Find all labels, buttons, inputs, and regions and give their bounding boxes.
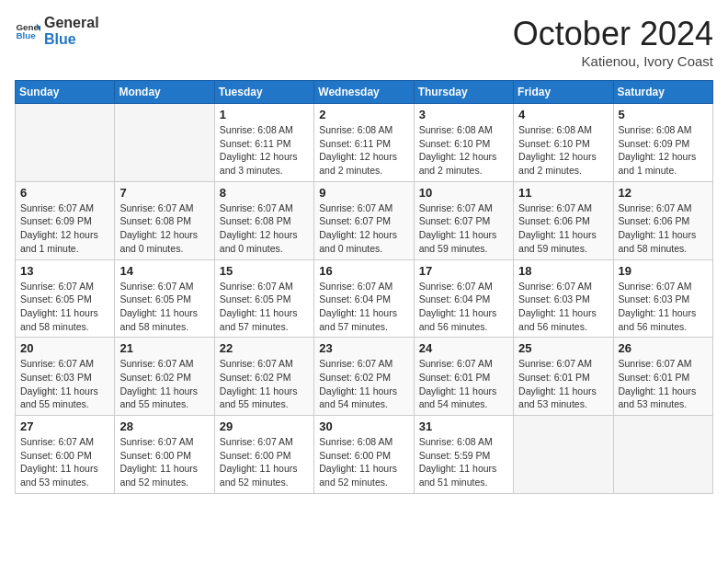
calendar-cell: 14Sunrise: 6:07 AM Sunset: 6:05 PM Dayli…: [115, 259, 214, 338]
day-info: Sunrise: 6:07 AM Sunset: 6:00 PM Dayligh…: [220, 435, 309, 489]
day-number: 9: [319, 186, 408, 200]
day-number: 12: [619, 186, 708, 200]
calendar-cell: 9Sunrise: 6:07 AM Sunset: 6:07 PM Daylig…: [314, 181, 414, 259]
day-info: Sunrise: 6:07 AM Sunset: 6:01 PM Dayligh…: [619, 357, 708, 411]
day-info: Sunrise: 6:07 AM Sunset: 6:02 PM Dayligh…: [119, 357, 209, 411]
day-info: Sunrise: 6:07 AM Sunset: 6:05 PM Dayligh…: [20, 280, 109, 334]
day-info: Sunrise: 6:07 AM Sunset: 6:05 PM Dayligh…: [119, 280, 209, 334]
calendar-week-row: 1Sunrise: 6:08 AM Sunset: 6:11 PM Daylig…: [16, 104, 713, 182]
calendar-cell: 29Sunrise: 6:07 AM Sunset: 6:00 PM Dayli…: [214, 416, 313, 494]
calendar-table: SundayMondayTuesdayWednesdayThursdayFrid…: [15, 80, 713, 494]
day-info: Sunrise: 6:07 AM Sunset: 6:02 PM Dayligh…: [220, 357, 309, 411]
calendar-cell: 11Sunrise: 6:07 AM Sunset: 6:06 PM Dayli…: [514, 181, 613, 259]
calendar-cell: 12Sunrise: 6:07 AM Sunset: 6:06 PM Dayli…: [613, 181, 712, 259]
weekday-header: Sunday: [16, 81, 115, 104]
calendar-cell: 17Sunrise: 6:07 AM Sunset: 6:04 PM Dayli…: [414, 259, 513, 338]
day-info: Sunrise: 6:07 AM Sunset: 6:00 PM Dayligh…: [20, 435, 109, 489]
day-number: 4: [518, 108, 608, 121]
day-info: Sunrise: 6:08 AM Sunset: 6:10 PM Dayligh…: [419, 123, 508, 178]
weekday-header: Tuesday: [214, 81, 313, 104]
calendar-cell: 15Sunrise: 6:07 AM Sunset: 6:05 PM Dayli…: [214, 259, 313, 338]
day-info: Sunrise: 6:07 AM Sunset: 6:03 PM Dayligh…: [518, 280, 608, 334]
calendar-cell: 2Sunrise: 6:08 AM Sunset: 6:11 PM Daylig…: [314, 104, 414, 182]
day-number: 23: [319, 341, 408, 355]
day-info: Sunrise: 6:07 AM Sunset: 6:06 PM Dayligh…: [518, 201, 608, 256]
day-number: 10: [419, 186, 508, 200]
day-number: 30: [319, 419, 408, 433]
day-number: 1: [220, 108, 309, 121]
day-number: 13: [20, 264, 109, 278]
day-number: 24: [419, 341, 508, 355]
day-info: Sunrise: 6:08 AM Sunset: 6:11 PM Dayligh…: [220, 123, 309, 178]
day-info: Sunrise: 6:07 AM Sunset: 6:02 PM Dayligh…: [319, 357, 408, 411]
weekday-header-row: SundayMondayTuesdayWednesdayThursdayFrid…: [16, 81, 713, 104]
location-subtitle: Katienou, Ivory Coast: [513, 53, 713, 69]
day-number: 27: [20, 419, 109, 433]
day-number: 17: [419, 264, 508, 278]
day-info: Sunrise: 6:07 AM Sunset: 6:09 PM Dayligh…: [20, 201, 109, 256]
calendar-cell: 27Sunrise: 6:07 AM Sunset: 6:00 PM Dayli…: [16, 416, 115, 494]
calendar-cell: 13Sunrise: 6:07 AM Sunset: 6:05 PM Dayli…: [16, 259, 115, 338]
day-info: Sunrise: 6:07 AM Sunset: 6:07 PM Dayligh…: [319, 201, 408, 256]
calendar-cell: 30Sunrise: 6:08 AM Sunset: 6:00 PM Dayli…: [314, 416, 414, 494]
day-number: 16: [319, 264, 408, 278]
day-number: 2: [319, 108, 408, 121]
day-number: 28: [119, 419, 209, 433]
day-number: 19: [619, 264, 708, 278]
calendar-cell: 6Sunrise: 6:07 AM Sunset: 6:09 PM Daylig…: [16, 181, 115, 259]
svg-text:Blue: Blue: [16, 30, 36, 40]
day-number: 25: [518, 341, 608, 355]
calendar-cell: [514, 416, 613, 494]
day-number: 22: [220, 341, 309, 355]
calendar-cell: 7Sunrise: 6:07 AM Sunset: 6:08 PM Daylig…: [115, 181, 214, 259]
day-info: Sunrise: 6:07 AM Sunset: 6:04 PM Dayligh…: [419, 280, 508, 334]
calendar-week-row: 27Sunrise: 6:07 AM Sunset: 6:00 PM Dayli…: [16, 416, 713, 494]
page-header: General Blue General Blue October 2024 K…: [15, 15, 713, 69]
month-title: October 2024: [513, 15, 713, 53]
calendar-cell: 19Sunrise: 6:07 AM Sunset: 6:03 PM Dayli…: [613, 259, 712, 338]
day-number: 3: [419, 108, 508, 121]
calendar-cell: 18Sunrise: 6:07 AM Sunset: 6:03 PM Dayli…: [514, 259, 613, 338]
calendar-cell: 5Sunrise: 6:08 AM Sunset: 6:09 PM Daylig…: [613, 104, 712, 182]
logo-text: General Blue: [44, 15, 99, 47]
day-info: Sunrise: 6:07 AM Sunset: 6:06 PM Dayligh…: [619, 201, 708, 256]
calendar-cell: 1Sunrise: 6:08 AM Sunset: 6:11 PM Daylig…: [214, 104, 313, 182]
day-number: 6: [20, 186, 109, 200]
day-info: Sunrise: 6:07 AM Sunset: 6:00 PM Dayligh…: [119, 435, 209, 489]
calendar-cell: 10Sunrise: 6:07 AM Sunset: 6:07 PM Dayli…: [414, 181, 513, 259]
day-info: Sunrise: 6:07 AM Sunset: 6:08 PM Dayligh…: [220, 201, 309, 256]
day-number: 20: [20, 341, 109, 355]
day-info: Sunrise: 6:07 AM Sunset: 6:01 PM Dayligh…: [419, 357, 508, 411]
weekday-header: Wednesday: [314, 81, 414, 104]
day-number: 15: [220, 264, 309, 278]
calendar-cell: 28Sunrise: 6:07 AM Sunset: 6:00 PM Dayli…: [115, 416, 214, 494]
weekday-header: Monday: [115, 81, 214, 104]
day-info: Sunrise: 6:07 AM Sunset: 6:03 PM Dayligh…: [619, 280, 708, 334]
day-info: Sunrise: 6:07 AM Sunset: 6:03 PM Dayligh…: [20, 357, 109, 411]
weekday-header: Thursday: [414, 81, 513, 104]
day-number: 8: [220, 186, 309, 200]
calendar-cell: 26Sunrise: 6:07 AM Sunset: 6:01 PM Dayli…: [613, 338, 712, 416]
day-number: 31: [419, 419, 508, 433]
calendar-cell: [613, 416, 712, 494]
calendar-cell: [16, 104, 115, 182]
logo: General Blue General Blue: [15, 15, 99, 47]
calendar-cell: 8Sunrise: 6:07 AM Sunset: 6:08 PM Daylig…: [214, 181, 313, 259]
calendar-cell: 25Sunrise: 6:07 AM Sunset: 6:01 PM Dayli…: [514, 338, 613, 416]
day-number: 11: [518, 186, 608, 200]
calendar-cell: 22Sunrise: 6:07 AM Sunset: 6:02 PM Dayli…: [214, 338, 313, 416]
day-number: 5: [619, 108, 708, 121]
day-number: 26: [619, 341, 708, 355]
day-info: Sunrise: 6:07 AM Sunset: 6:05 PM Dayligh…: [220, 280, 309, 334]
calendar-cell: [115, 104, 214, 182]
day-number: 7: [119, 186, 209, 200]
day-number: 21: [119, 341, 209, 355]
logo-icon: General Blue: [15, 18, 40, 44]
day-info: Sunrise: 6:07 AM Sunset: 6:08 PM Dayligh…: [119, 201, 209, 256]
calendar-cell: 21Sunrise: 6:07 AM Sunset: 6:02 PM Dayli…: [115, 338, 214, 416]
calendar-week-row: 6Sunrise: 6:07 AM Sunset: 6:09 PM Daylig…: [16, 181, 713, 259]
calendar-cell: 24Sunrise: 6:07 AM Sunset: 6:01 PM Dayli…: [414, 338, 513, 416]
day-info: Sunrise: 6:08 AM Sunset: 5:59 PM Dayligh…: [419, 435, 508, 489]
title-block: October 2024 Katienou, Ivory Coast: [513, 15, 713, 69]
day-info: Sunrise: 6:08 AM Sunset: 6:09 PM Dayligh…: [619, 123, 708, 178]
